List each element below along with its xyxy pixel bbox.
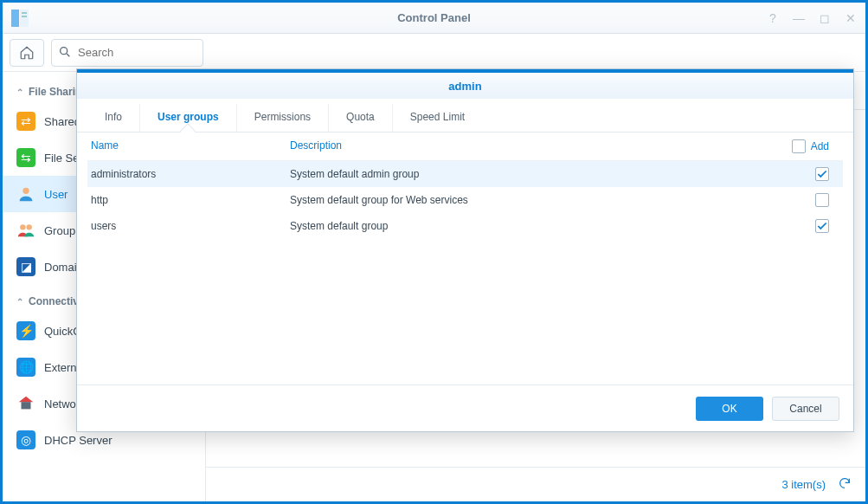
check-icon: [816, 220, 828, 232]
globe-icon: 🌐: [16, 358, 35, 377]
file-services-icon: ⇆: [16, 148, 35, 167]
dialog-tab-permissions[interactable]: Permissions: [236, 104, 328, 132]
network-icon: [16, 394, 35, 413]
shared-folder-icon: ⇄: [16, 112, 35, 131]
maximize-button[interactable]: ◻: [817, 10, 833, 26]
svg-point-8: [26, 224, 31, 229]
sidebar-item-label: User: [44, 188, 68, 201]
home-button[interactable]: [10, 39, 44, 67]
svg-point-7: [20, 224, 25, 229]
sidebar-item-label: Group: [44, 224, 75, 237]
toolbar: [3, 34, 865, 72]
quickconnect-icon: ⚡: [16, 321, 35, 340]
window-title: Control Panel: [3, 11, 865, 24]
footer-bar: 3 item(s): [206, 467, 865, 501]
sidebar-item-label: DHCP Server: [44, 434, 113, 447]
minimize-button[interactable]: —: [791, 10, 807, 26]
chevron-up-icon: ⌃: [16, 297, 23, 307]
button-label: OK: [722, 403, 736, 415]
group-add-checkbox[interactable]: [815, 193, 829, 207]
dialog-tab-user-groups[interactable]: User groups: [139, 104, 236, 132]
svg-rect-9: [22, 402, 31, 409]
chevron-up-icon: ⌃: [16, 87, 23, 97]
user-edit-dialog: admin Info User groups Permissions Quota…: [76, 68, 854, 432]
close-button[interactable]: ✕: [843, 10, 858, 26]
reload-button[interactable]: [838, 476, 852, 493]
tab-label: Permissions: [254, 111, 311, 123]
column-header-label: Add: [811, 140, 829, 152]
group-name: http: [91, 194, 290, 206]
group-name: administrators: [91, 168, 290, 180]
svg-rect-3: [22, 16, 27, 17]
home-icon: [19, 45, 35, 61]
window-controls: ? — ◻ ✕: [765, 10, 858, 26]
svg-rect-2: [22, 12, 27, 14]
check-icon: [816, 168, 828, 180]
tab-label: Info: [105, 111, 122, 123]
app-icon: [10, 8, 30, 29]
user-icon: [16, 184, 35, 204]
dialog-tab-quota[interactable]: Quota: [328, 104, 392, 132]
tab-label: Speed Limit: [410, 111, 465, 123]
header-checkbox[interactable]: [792, 139, 806, 153]
domain-icon: ◪: [16, 257, 35, 276]
cancel-button[interactable]: Cancel: [772, 397, 839, 421]
search-field[interactable]: [51, 39, 203, 67]
dhcp-icon: ◎: [16, 430, 35, 449]
control-panel-window: Control Panel ? — ◻ ✕ ⌃ File Sharing ⇄: [0, 0, 868, 504]
group-row[interactable]: http System default group for Web servic…: [87, 187, 843, 213]
titlebar: Control Panel ? — ◻ ✕: [3, 3, 865, 34]
column-header-description[interactable]: Description: [290, 139, 779, 153]
reload-icon: [838, 476, 852, 490]
group-add-checkbox[interactable]: [815, 167, 829, 181]
groups-grid: Name Description Add administrators Syst…: [77, 132, 853, 384]
search-icon: [58, 45, 72, 62]
group-row[interactable]: users System default group: [87, 213, 843, 239]
dialog-tab-info[interactable]: Info: [87, 104, 139, 132]
svg-point-6: [23, 188, 29, 194]
group-description: System default admin group: [290, 168, 779, 180]
group-icon: [16, 221, 35, 240]
tab-label: User groups: [158, 111, 219, 123]
grid-header: Name Description Add: [87, 132, 843, 161]
column-header-name[interactable]: Name: [91, 139, 290, 153]
column-header-add[interactable]: Add: [779, 139, 839, 153]
ok-button[interactable]: OK: [696, 397, 763, 421]
search-input[interactable]: [51, 39, 203, 67]
svg-line-5: [67, 54, 69, 56]
group-description: System default group for Web services: [290, 194, 779, 206]
item-count: 3 item(s): [781, 478, 826, 491]
dialog-tabs: Info User groups Permissions Quota Speed…: [77, 99, 853, 132]
group-add-checkbox[interactable]: [815, 219, 829, 233]
help-button[interactable]: ?: [765, 10, 781, 26]
dialog-footer: OK Cancel: [77, 384, 853, 431]
group-name: users: [91, 220, 290, 232]
svg-point-4: [61, 47, 68, 54]
group-row[interactable]: administrators System default admin grou…: [87, 161, 843, 187]
svg-rect-0: [11, 10, 19, 27]
button-label: Cancel: [789, 403, 821, 415]
group-description: System default group: [290, 220, 779, 232]
tab-label: Quota: [346, 111, 375, 123]
dialog-tab-speed-limit[interactable]: Speed Limit: [392, 104, 482, 132]
dialog-title: admin: [77, 73, 853, 99]
